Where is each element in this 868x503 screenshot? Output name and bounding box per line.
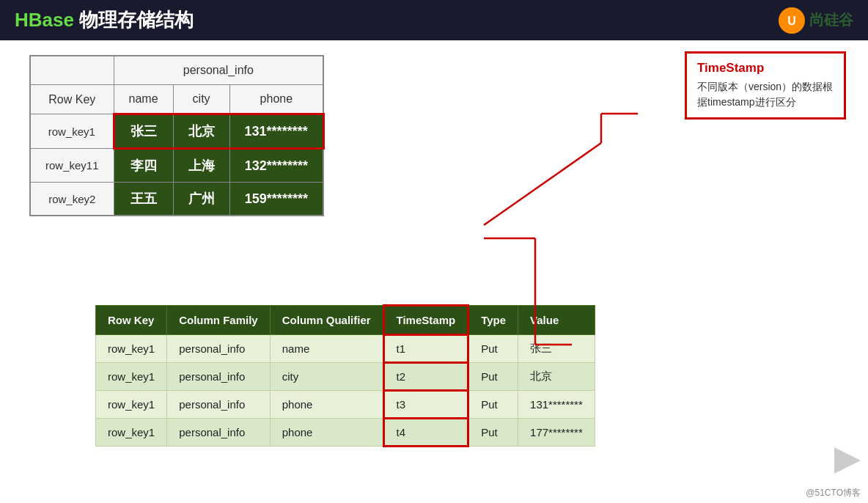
bottom-cell-0: row_key1 [96,335,167,363]
city-cell: 北京 [173,114,229,149]
svg-text:U: U [787,15,796,27]
main-content: personal_info Row Key name city phone ro… [0,40,868,503]
personal-info-header: personal_info [114,56,323,85]
bottom-cell-0: row_key1 [96,419,167,447]
timestamp-callout-body: 不同版本（version）的数据根据timestamp进行区分 [697,79,834,110]
table-header-row: personal_info [30,56,323,85]
top-table: personal_info Row Key name city phone ro… [29,55,325,216]
timestamp-callout: TimeStamp 不同版本（version）的数据根据timestamp进行区… [685,51,846,120]
bottom-cell-3: t3 [383,391,468,419]
next-arrow[interactable] [834,447,861,474]
timestamp-callout-title: TimeStamp [697,61,834,76]
bottom-cell-1: personal_info [167,419,271,447]
phone-cell: 132******** [229,149,323,183]
bottom-cell-3: t4 [383,419,468,447]
bottom-table: Row Key Column Family Column Qualifier T… [95,304,595,447]
city-header: city [173,85,229,114]
table-row: row_key1personal_infophonet3Put131******… [96,391,595,419]
bh-type: Type [468,306,518,335]
bottom-cell-4: Put [468,391,518,419]
table-sub-header: Row Key name city phone [30,85,323,114]
bh-row-key: Row Key [96,306,167,335]
bottom-cell-4: Put [468,363,518,391]
city-cell: 上海 [173,149,229,183]
watermark: @51CTO博客 [806,487,861,499]
bottom-cell-2: phone [270,419,383,447]
bh-value: Value [518,306,595,335]
name-cell: 张三 [114,114,173,149]
row-key-cell: row_key2 [30,183,114,216]
phone-cell: 131******** [229,114,323,149]
empty-header [30,56,114,85]
bottom-cell-2: name [270,335,383,363]
header: HBase 物理存储结构 U 尚硅谷 [0,0,868,40]
bottom-cell-1: personal_info [167,363,271,391]
phone-cell: 159******** [229,183,323,216]
bottom-cell-0: row_key1 [96,363,167,391]
bottom-cell-5: 北京 [518,363,595,391]
bottom-cell-5: 131******** [518,391,595,419]
table-row: row_key11 李四 上海 132******** [30,149,323,183]
bh-col-family: Column Family [167,306,271,335]
bh-col-qualifier: Column Qualifier [270,306,383,335]
table-row: row_key1personal_infophonet4Put177******… [96,419,595,447]
table-row: row_key1personal_infonamet1Put张三 [96,335,595,363]
bottom-cell-0: row_key1 [96,391,167,419]
bottom-cell-3: t1 [383,335,468,363]
bottom-cell-4: Put [468,419,518,447]
logo-text: 尚硅谷 [809,10,853,30]
logo: U 尚硅谷 [779,7,853,34]
bottom-cell-1: personal_info [167,335,271,363]
table-row: row_key1 张三 北京 131******** [30,114,323,149]
bottom-cell-5: 张三 [518,335,595,363]
bottom-cell-5: 177******** [518,419,595,447]
bottom-cell-2: phone [270,391,383,419]
bottom-table-container: Row Key Column Family Column Qualifier T… [95,304,595,447]
table-row: row_key2 王五 广州 159******** [30,183,323,216]
table-row: row_key1personal_infocityt2Put北京 [96,363,595,391]
row-key-cell: row_key11 [30,149,114,183]
svg-line-2 [484,143,601,225]
city-cell: 广州 [173,183,229,216]
bottom-cell-2: city [270,363,383,391]
bh-timestamp: TimeStamp [383,306,468,335]
name-cell: 李四 [114,149,173,183]
row-key-header: Row Key [30,85,114,114]
bottom-cell-4: Put [468,335,518,363]
row-key-cell: row_key1 [30,114,114,149]
page-title: HBase 物理存储结构 [15,7,194,33]
bottom-cell-1: personal_info [167,391,271,419]
top-table-container: personal_info Row Key name city phone ro… [29,55,325,216]
phone-header: phone [229,85,323,114]
bottom-table-header-row: Row Key Column Family Column Qualifier T… [96,306,595,335]
name-cell: 王五 [114,183,173,216]
name-header: name [114,85,173,114]
logo-icon: U [779,7,805,34]
bottom-cell-3: t2 [383,363,468,391]
